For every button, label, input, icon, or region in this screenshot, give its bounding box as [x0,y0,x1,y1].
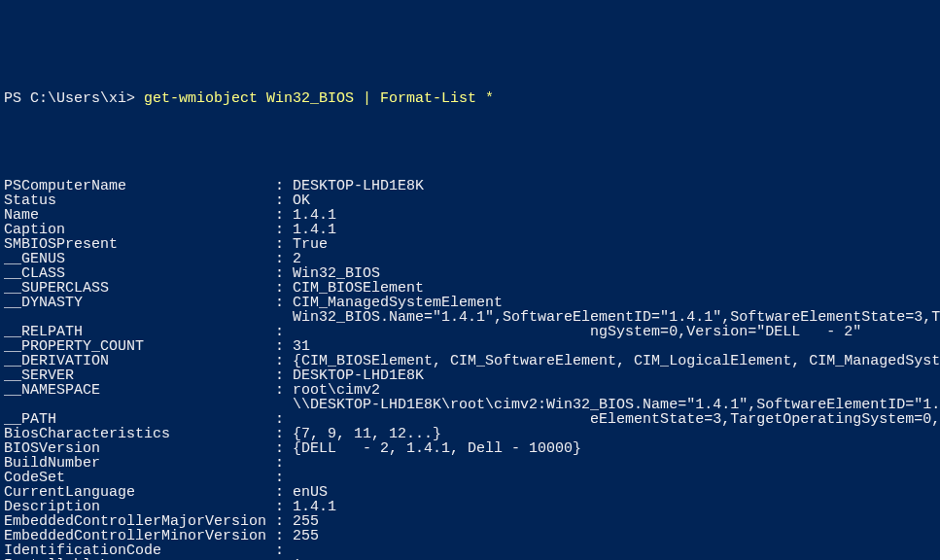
property-row: __DYNASTY : CIM_ManagedSystemElement [4,296,936,310]
property-value: 1.4.1 [293,208,336,223]
property-key: Description [4,500,275,514]
colon: : [275,339,293,354]
property-row: BuildNumber : [4,456,936,471]
property-row: __GENUS : 2 [4,252,936,266]
property-row: __SERVER : DESKTOP-LHD1E8K [4,368,936,383]
property-key: __SUPERCLASS [4,281,275,296]
property-row: Caption : 1.4.1 [4,223,936,237]
property-row: __PATH : \\DESKTOP-LHD1E8K\root\cimv2:Wi… [4,398,936,427]
property-value: 1.4.1 [293,500,336,514]
prompt-line: PS C:\Users\xi> get-wmiobject Win32_BIOS… [4,91,936,106]
property-row: __RELPATH : Win32_BIOS.Name="1.4.1",Soft… [4,310,936,339]
property-row: PSComputerName : DESKTOP-LHD1E8K [4,179,936,193]
colon: : [275,471,293,485]
property-key: CodeSet [4,471,275,485]
property-value: enUS [293,485,328,500]
property-row: __DERIVATION : {CIM_BIOSElement, CIM_Sof… [4,354,936,368]
property-value: root\cimv2 [293,383,380,398]
property-value: DESKTOP-LHD1E8K [293,179,424,193]
colon: : [275,529,293,543]
colon: : [275,500,293,514]
property-key: BIOSVersion [4,441,275,456]
property-key: __RELPATH [4,325,275,339]
property-value: True [293,237,328,252]
property-key: BiosCharacteristics [4,427,275,441]
property-row: EmbeddedControllerMajorVersion : 255 [4,514,936,529]
blank-line [4,121,936,135]
property-row: Name : 1.4.1 [4,208,936,223]
colon: : [275,485,293,500]
property-row: __CLASS : Win32_BIOS [4,266,936,281]
property-list: PSComputerName : DESKTOP-LHD1E8KStatus :… [4,179,936,560]
colon: : [275,237,293,252]
property-value: 31 [293,339,310,354]
colon: : [275,514,293,529]
colon: : [275,383,293,398]
property-key: EmbeddedControllerMajorVersion [4,514,275,529]
property-value: Win32_BIOS [293,266,380,281]
property-key: SMBIOSPresent [4,237,275,252]
property-value: OK [293,193,310,208]
colon: : [275,427,293,441]
property-key: EmbeddedControllerMinorVersion [4,529,275,543]
property-key: __NAMESPACE [4,383,275,398]
property-key: PSComputerName [4,179,275,193]
property-key: __DERIVATION [4,354,275,368]
property-key: __GENUS [4,252,275,266]
property-key: __PROPERTY_COUNT [4,339,275,354]
property-row: __PROPERTY_COUNT : 31 [4,339,936,354]
property-key: Status [4,193,275,208]
colon: : [275,252,293,266]
property-value: {CIM_BIOSElement, CIM_SoftwareElement, C… [293,354,940,368]
colon: : [275,543,293,558]
colon: : [275,281,293,296]
property-key: CurrentLanguage [4,485,275,500]
property-value: \\DESKTOP-LHD1E8K\root\cimv2:Win32_BIOS.… [293,398,940,427]
colon: : [275,266,293,281]
property-value: Win32_BIOS.Name="1.4.1",SoftwareElementI… [293,310,940,339]
property-row: Status : OK [4,193,936,208]
property-value: 2 [293,252,301,266]
property-row: __NAMESPACE : root\cimv2 [4,383,936,398]
colon: : [275,325,293,339]
property-key: __DYNASTY [4,296,275,310]
property-row: EmbeddedControllerMinorVersion : 255 [4,529,936,543]
property-row: __SUPERCLASS : CIM_BIOSElement [4,281,936,296]
property-value: {DELL - 2, 1.4.1, Dell - 10000} [293,441,581,456]
property-value: 255 [293,514,319,529]
property-value: CIM_BIOSElement [293,281,424,296]
property-value: CIM_ManagedSystemElement [293,296,503,310]
prompt: PS C:\Users\xi> [4,90,144,107]
command: get-wmiobject Win32_BIOS | Format-List * [144,90,494,107]
blank-line [4,150,936,164]
colon: : [275,354,293,368]
colon: : [275,208,293,223]
property-value: DESKTOP-LHD1E8K [293,368,424,383]
colon: : [275,456,293,471]
property-row: IdentificationCode : [4,543,936,558]
property-row: CodeSet : [4,471,936,485]
property-row: SMBIOSPresent : True [4,237,936,252]
property-row: BIOSVersion : {DELL - 2, 1.4.1, Dell - 1… [4,441,936,456]
property-key: Name [4,208,275,223]
colon: : [275,368,293,383]
terminal-output[interactable]: PS C:\Users\xi> get-wmiobject Win32_BIOS… [0,73,940,560]
colon: : [275,296,293,310]
colon: : [275,441,293,456]
property-key: Caption [4,223,275,237]
property-key: __CLASS [4,266,275,281]
property-value: 1.4.1 [293,223,336,237]
property-row: Description : 1.4.1 [4,500,936,514]
property-row: BiosCharacteristics : {7, 9, 11, 12...} [4,427,936,441]
property-key: __SERVER [4,368,275,383]
property-value: {7, 9, 11, 12...} [293,427,441,441]
colon: : [275,193,293,208]
property-row: CurrentLanguage : enUS [4,485,936,500]
colon: : [275,179,293,193]
property-key: IdentificationCode [4,543,275,558]
property-value: 255 [293,529,319,543]
colon: : [275,412,293,427]
colon: : [275,223,293,237]
property-key: BuildNumber [4,456,275,471]
property-key: __PATH [4,412,275,427]
